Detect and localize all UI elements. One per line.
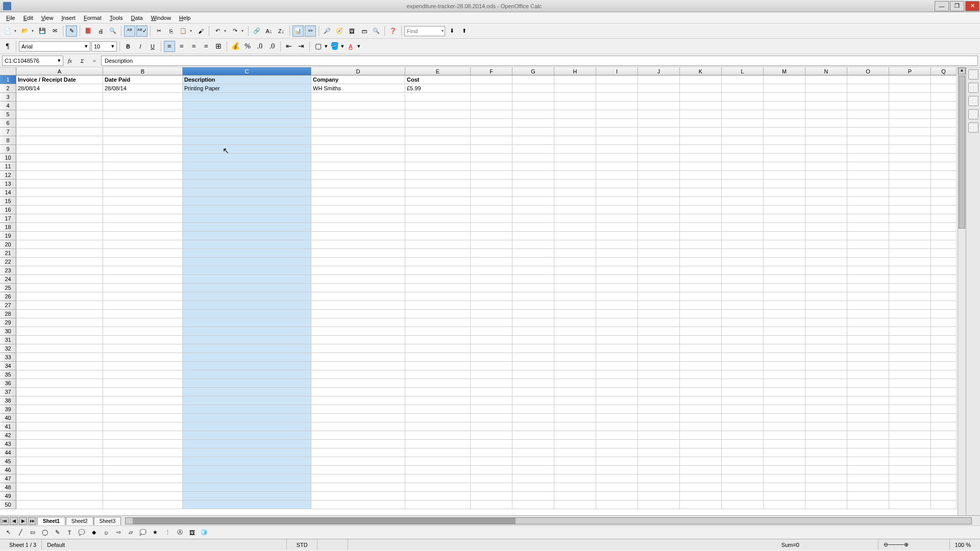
cell-N39[interactable] <box>805 405 847 414</box>
cell-A24[interactable] <box>16 275 103 284</box>
cell-Q24[interactable] <box>931 275 957 284</box>
cell-H26[interactable] <box>554 292 596 301</box>
cell-C18[interactable] <box>183 223 311 232</box>
cell-L23[interactable] <box>722 266 764 275</box>
auto-spellcheck-button[interactable]: ᴬᴮ✓ <box>136 26 148 37</box>
cell-H37[interactable] <box>554 388 596 396</box>
cell-M5[interactable] <box>764 110 805 119</box>
cell-P44[interactable] <box>889 448 931 457</box>
cell-E16[interactable] <box>405 206 471 214</box>
cell-A25[interactable] <box>16 284 103 292</box>
cell-Q6[interactable] <box>931 119 957 128</box>
row-header-35[interactable]: 35 <box>0 370 16 379</box>
cell-L25[interactable] <box>722 284 764 292</box>
cell-N47[interactable] <box>805 474 847 483</box>
cell-I33[interactable] <box>596 353 638 362</box>
cell-E36[interactable] <box>405 379 471 388</box>
cell-J31[interactable] <box>638 336 680 344</box>
cell-G22[interactable] <box>512 258 554 266</box>
sheet-tab-sheet3[interactable]: Sheet3 <box>94 517 121 525</box>
cell-A33[interactable] <box>16 353 103 362</box>
col-header-D[interactable]: D <box>311 67 405 76</box>
cell-G42[interactable] <box>512 431 554 440</box>
cell-F5[interactable] <box>471 110 512 119</box>
cell-K37[interactable] <box>680 388 722 396</box>
cell-P22[interactable] <box>889 258 931 266</box>
cell-J32[interactable] <box>638 344 680 353</box>
font-name-combo[interactable]: Arial ▾ <box>19 41 90 52</box>
cell-O19[interactable] <box>847 232 889 240</box>
cell-Q1[interactable] <box>931 76 957 84</box>
cell-M40[interactable] <box>764 414 805 422</box>
selection-mode[interactable] <box>317 539 348 550</box>
cell-Q20[interactable] <box>931 240 957 249</box>
cell-D2[interactable]: WH Smiths <box>311 84 405 93</box>
show-draw-button[interactable]: ✏ <box>305 26 316 37</box>
cell-C32[interactable] <box>183 344 311 353</box>
cell-F40[interactable] <box>471 414 512 422</box>
row-header-26[interactable]: 26 <box>0 292 16 301</box>
row-header-9[interactable]: 9 <box>0 145 16 154</box>
cell-Q5[interactable] <box>931 110 957 119</box>
cell-O3[interactable] <box>847 93 889 102</box>
cell-J18[interactable] <box>638 223 680 232</box>
cell-K39[interactable] <box>680 405 722 414</box>
cell-J10[interactable] <box>638 154 680 162</box>
flowcharts-button[interactable]: ▱ <box>126 528 136 538</box>
zoom-value[interactable]: 100 % <box>950 539 976 550</box>
cell-P13[interactable] <box>889 180 931 188</box>
cell-B27[interactable] <box>103 301 183 310</box>
cell-I2[interactable] <box>596 84 638 93</box>
cell-J7[interactable] <box>638 128 680 136</box>
cell-G39[interactable] <box>512 405 554 414</box>
cell-E43[interactable] <box>405 440 471 448</box>
cell-J4[interactable] <box>638 102 680 110</box>
cell-P11[interactable] <box>889 162 931 171</box>
block-arrows-button[interactable]: ⇨ <box>113 528 124 538</box>
cell-D34[interactable] <box>311 362 405 370</box>
cell-G17[interactable] <box>512 214 554 223</box>
cell-G14[interactable] <box>512 188 554 197</box>
callouts-button[interactable]: 💭 <box>138 528 148 538</box>
cell-A49[interactable] <box>16 492 103 500</box>
cell-F42[interactable] <box>471 431 512 440</box>
cell-A38[interactable] <box>16 396 103 405</box>
tab-prev-button[interactable]: ◀ <box>10 517 18 525</box>
cell-E8[interactable] <box>405 136 471 145</box>
cell-I11[interactable] <box>596 162 638 171</box>
cell-F38[interactable] <box>471 396 512 405</box>
cell-D11[interactable] <box>311 162 405 171</box>
cell-M45[interactable] <box>764 457 805 466</box>
cell-N36[interactable] <box>805 379 847 388</box>
sum-button[interactable]: Σ <box>77 56 88 66</box>
menu-file[interactable]: File <box>2 14 19 22</box>
cell-M36[interactable] <box>764 379 805 388</box>
cell-I18[interactable] <box>596 223 638 232</box>
cell-B42[interactable] <box>103 431 183 440</box>
cell-L47[interactable] <box>722 474 764 483</box>
cell-O16[interactable] <box>847 206 889 214</box>
save-button[interactable]: 💾 <box>37 26 48 37</box>
cell-I8[interactable] <box>596 136 638 145</box>
cell-I25[interactable] <box>596 284 638 292</box>
styles-button[interactable]: ¶ <box>2 41 13 52</box>
cell-O30[interactable] <box>847 327 889 336</box>
cell-O48[interactable] <box>847 483 889 492</box>
cell-E48[interactable] <box>405 483 471 492</box>
cell-N26[interactable] <box>805 292 847 301</box>
cell-N49[interactable] <box>805 492 847 500</box>
row-header-16[interactable]: 16 <box>0 206 16 214</box>
gallery-button[interactable]: 🖼 <box>346 26 357 37</box>
cell-J23[interactable] <box>638 266 680 275</box>
cell-M9[interactable] <box>764 145 805 154</box>
row-header-23[interactable]: 23 <box>0 266 16 275</box>
cell-C9[interactable] <box>183 145 311 154</box>
cell-J24[interactable] <box>638 275 680 284</box>
cell-I41[interactable] <box>596 422 638 431</box>
menu-insert[interactable]: Insert <box>57 14 80 22</box>
cell-M16[interactable] <box>764 206 805 214</box>
cell-G43[interactable] <box>512 440 554 448</box>
line-tool-button[interactable]: ╱ <box>15 528 26 538</box>
cell-E26[interactable] <box>405 292 471 301</box>
cell-Q36[interactable] <box>931 379 957 388</box>
